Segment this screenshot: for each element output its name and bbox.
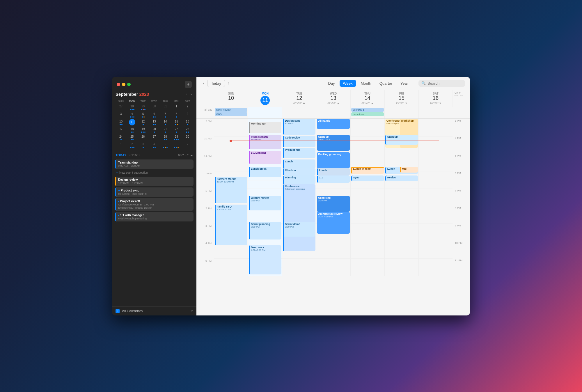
mini-day[interactable]: 9 (182, 111, 193, 118)
allday-fri[interactable] (384, 107, 418, 118)
event-mon-4[interactable]: Lunch break (249, 167, 281, 177)
mini-day[interactable]: 12 (138, 119, 148, 126)
sidebar-event[interactable]: ● Product sync Recurring · Mon/Wed/Fri (115, 187, 194, 197)
day-col-thu[interactable]: Lunch w/ team Sync (350, 119, 384, 276)
mini-day[interactable]: 19 (138, 126, 148, 134)
event-tue-6[interactable]: Planning (283, 175, 315, 184)
event-mon-3[interactable]: 1:1 Manager (249, 151, 281, 164)
day-col-fri[interactable]: Conference Workshop A Workshop Standup L… (384, 119, 418, 276)
allday-event[interactable]: Conf Day 1 (351, 108, 384, 112)
mini-day[interactable]: 26 (138, 134, 148, 141)
event-mon-6[interactable]: Sprint planning 3:30 PM (249, 222, 281, 240)
mini-day[interactable]: 29 (171, 134, 182, 141)
event-sun-1[interactable]: Farmers Market 11:00–12:30 PM (215, 177, 247, 203)
today-button[interactable]: Today (207, 80, 225, 87)
event-thu-2[interactable]: Sync (351, 175, 384, 181)
mini-day[interactable]: 7 (160, 111, 171, 118)
fullscreen-icon[interactable] (127, 83, 131, 86)
mini-day[interactable]: 16 (182, 119, 193, 126)
close-icon[interactable] (117, 83, 120, 86)
mini-day[interactable]: 28 (160, 134, 171, 141)
event-tue-7[interactable]: Conference Afternoon sessions (283, 184, 315, 251)
sidebar-event[interactable]: Design review 10:30 AM – 11:00 AM (115, 177, 194, 186)
search-input[interactable] (427, 81, 462, 86)
mini-day[interactable]: 4 (127, 111, 137, 118)
event-wed-6[interactable]: Client call 2:30 PM (317, 196, 349, 212)
mini-day[interactable]: 28 (127, 104, 137, 111)
minimize-icon[interactable] (122, 83, 125, 86)
tab-quarter[interactable]: Quarter (376, 80, 396, 87)
sidebar-event[interactable]: ▪ Project kickoff Conference Room B · 1:… (115, 198, 194, 211)
mini-day[interactable]: 2 (182, 104, 193, 111)
mini-day[interactable]: 5 (160, 141, 171, 149)
allday-event[interactable]: OOO (215, 112, 247, 116)
mini-day[interactable]: 21 (160, 126, 171, 134)
mini-day[interactable]: 5 (138, 111, 148, 118)
mini-day[interactable]: 25 (127, 134, 137, 141)
mini-cal-prev[interactable]: ‹ (184, 91, 188, 97)
allday-thu[interactable]: Conf Day 1 Hackathon (350, 107, 384, 118)
allday-wed[interactable] (316, 107, 350, 118)
mini-day[interactable]: 18 (127, 126, 137, 134)
mini-day[interactable]: 17 (116, 126, 126, 134)
tab-week[interactable]: Week (340, 80, 356, 87)
event-mon-7[interactable]: Deep work 4:30–6:00 PM (249, 245, 281, 274)
mini-day[interactable]: 29 (138, 104, 148, 111)
mini-day[interactable]: 1 (171, 104, 182, 111)
event-wed-3[interactable]: Backlog grooming (317, 152, 349, 168)
next-week-button[interactable]: › (226, 80, 231, 87)
mini-day[interactable]: 14 (160, 119, 171, 126)
tab-month[interactable]: Month (357, 80, 375, 87)
allday-mon[interactable] (248, 107, 282, 118)
event-mon-5[interactable]: Weekly review 2:30 PM (249, 196, 281, 210)
event-wed-7[interactable]: Architecture review 3:15–4:30 PM (317, 212, 349, 234)
mini-day[interactable]: 27 (149, 134, 159, 141)
mini-day[interactable]: 31 (160, 104, 171, 111)
mini-day[interactable]: 30 (182, 134, 193, 141)
event-tue-4[interactable]: Lunch (283, 159, 315, 168)
mini-day[interactable]: 3 (116, 111, 126, 118)
event-mon-2[interactable]: Team standup 10:00 AM (249, 135, 281, 149)
day-col-sat[interactable] (418, 119, 453, 276)
event-fri-6[interactable]: Review (385, 175, 418, 181)
mini-day[interactable]: 15 (171, 119, 182, 126)
mini-day[interactable]: 3 (138, 141, 148, 149)
event-thu-1[interactable]: Lunch w/ team (351, 167, 384, 174)
mini-cal-next[interactable]: › (189, 91, 193, 97)
event-tue-5[interactable]: Check in (283, 168, 315, 175)
allday-sat[interactable] (418, 107, 453, 118)
cal-scroll[interactable]: 9 AM 10 AM 11 AM noon 1 PM 2 PM 3 PM 4 P… (196, 119, 470, 315)
mini-day[interactable]: 10 (116, 119, 126, 126)
search-box[interactable]: 🔍 (418, 80, 465, 87)
prev-week-button[interactable]: ‹ (201, 80, 206, 87)
mini-day-today[interactable]: 11 (129, 119, 135, 125)
event-wed-5[interactable]: 1:1 (317, 175, 349, 183)
mini-day[interactable]: 20 (149, 126, 159, 134)
allday-tue[interactable] (282, 107, 316, 118)
event-fri-5[interactable]: Mtg (400, 167, 418, 173)
mini-day[interactable]: 6 (149, 111, 159, 118)
mini-day[interactable]: 24 (116, 134, 126, 141)
calendars-checkbox[interactable]: ✓ (116, 309, 120, 313)
day-col-mon[interactable]: Morning run Team standup 10:00 AM 1:1 Ma… (248, 119, 282, 276)
event-tue-8[interactable]: Sprint demo 3:00 PM (283, 222, 315, 237)
allday-sun[interactable]: Sprint Review OOO (214, 107, 248, 118)
add-calendar-btn[interactable]: + New event suggestion (115, 170, 194, 175)
tab-day[interactable]: Day (324, 80, 338, 87)
mini-day[interactable]: 22 (171, 126, 182, 134)
mini-day[interactable]: 13 (149, 119, 159, 126)
event-wed-1[interactable]: All-hands (317, 119, 349, 129)
add-event-button[interactable]: + (185, 81, 192, 88)
event-wed-4[interactable]: Lunch (317, 168, 349, 175)
day-col-tue[interactable]: Design sync 9:00 AM Code review Product … (282, 119, 316, 276)
mini-day[interactable]: 6 (171, 141, 182, 149)
event-wed-2[interactable]: Standup 10:00–10:30 (317, 135, 349, 151)
event-tue-1[interactable]: Design sync 9:00 AM (283, 119, 315, 135)
mini-day[interactable]: 27 (116, 104, 126, 111)
event-tue-2[interactable]: Code review (283, 136, 315, 147)
allday-event[interactable]: Sprint Review (215, 108, 247, 112)
sidebar-event[interactable]: ▪ 1:1 with manager Weekly catchup meetin… (115, 212, 194, 221)
sidebar-event[interactable]: Team standup 9:00 AM – 9:30 AM (115, 159, 194, 169)
allday-event[interactable]: Hackathon (351, 112, 384, 116)
mini-day[interactable]: 1 (116, 141, 126, 149)
